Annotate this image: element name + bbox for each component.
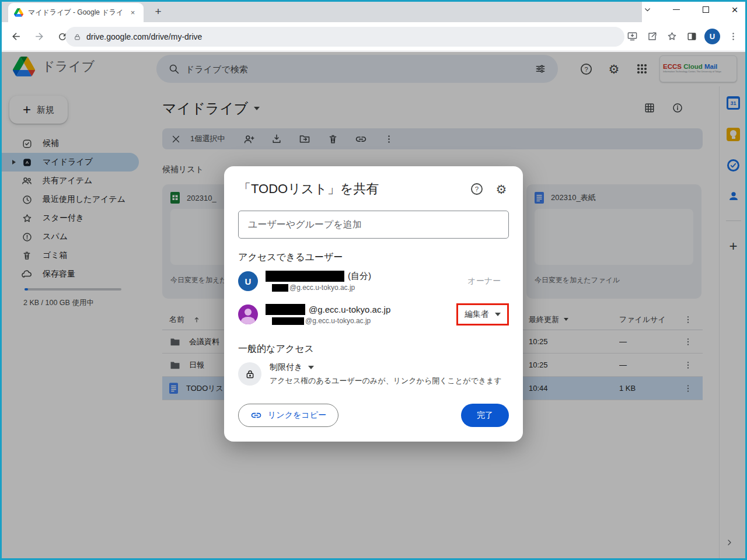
dialog-help-icon[interactable]: ? (469, 181, 484, 197)
done-button[interactable]: 完了 (461, 404, 509, 427)
collaborator-avatar (238, 304, 258, 324)
redacted-email (272, 317, 304, 325)
url-text: drive.google.com/drive/my-drive (86, 32, 202, 41)
url-bar[interactable]: drive.google.com/drive/my-drive (65, 27, 624, 47)
browser-tab-strip: マイドライブ - Google ドライブ × + × (0, 0, 747, 22)
browser-profile-avatar[interactable]: U (704, 29, 720, 44)
browser-menu-kebab-icon[interactable] (724, 27, 742, 46)
dialog-settings-gear-icon[interactable]: ⚙ (494, 181, 509, 197)
general-access-header: 一般的なアクセス (238, 343, 509, 355)
browser-address-bar: drive.google.com/drive/my-drive U (0, 22, 747, 51)
user-email-domain: @g.ecc.u-tokyo.ac.jp (305, 317, 371, 325)
general-access-dropdown[interactable]: 制限付き (270, 362, 502, 373)
drive-favicon-icon (14, 8, 23, 17)
owner-avatar: U (238, 271, 258, 291)
redacted-email (272, 284, 288, 292)
access-user-row[interactable]: U (自分) @g.ecc.u-tokyo.ac.jp オーナー (238, 266, 509, 296)
role-dropdown-editor[interactable]: 編集者 (456, 303, 509, 326)
user-self-suffix: (自分) (348, 271, 371, 282)
tab-close-icon[interactable]: × (128, 8, 138, 18)
user-email-domain: @g.ecc.u-tokyo.ac.jp (289, 284, 355, 292)
side-panel-icon[interactable] (682, 27, 701, 46)
owner-role-label: オーナー (467, 276, 509, 286)
https-lock-icon[interactable] (74, 33, 81, 41)
svg-text:?: ? (475, 186, 479, 192)
role-label: 編集者 (465, 309, 489, 320)
people-with-access-header: アクセスできるユーザー (238, 251, 509, 264)
add-people-input[interactable] (238, 211, 509, 239)
install-app-icon[interactable] (623, 27, 641, 46)
browser-tab[interactable]: マイドライブ - Google ドライブ × (8, 3, 144, 22)
restricted-lock-icon (238, 362, 261, 386)
access-caret-icon (308, 366, 314, 369)
access-description: アクセス権のあるユーザーのみが、リンクから開くことができます (270, 376, 502, 386)
role-caret-icon (495, 313, 501, 316)
new-tab-button[interactable]: + (151, 4, 166, 19)
access-user-row[interactable]: @g.ecc.u-tokyo.ac.jp @g.ecc.u-tokyo.ac.j… (238, 299, 509, 330)
window-minimize-button[interactable] (669, 2, 684, 18)
window-maximize-button[interactable] (698, 2, 713, 18)
tab-title: マイドライブ - Google ドライブ (28, 8, 123, 18)
copy-link-button[interactable]: リンクをコピー (238, 404, 338, 427)
forward-icon[interactable] (29, 27, 49, 47)
window-menu-chevron-icon[interactable] (640, 2, 655, 18)
back-icon[interactable] (6, 27, 26, 47)
share-page-icon[interactable] (643, 27, 661, 46)
window-close-button[interactable]: × (727, 2, 742, 18)
share-dialog: 「TODOリスト」を共有 ? ⚙ アクセスできるユーザー U (自分) @g.e… (224, 166, 523, 442)
user-email-domain: @g.ecc.u-tokyo.ac.jp (309, 304, 390, 314)
dialog-title: 「TODOリスト」を共有 (238, 180, 460, 198)
redacted-name (266, 271, 344, 282)
redacted-name (266, 304, 305, 315)
bookmark-star-icon[interactable] (662, 27, 681, 46)
